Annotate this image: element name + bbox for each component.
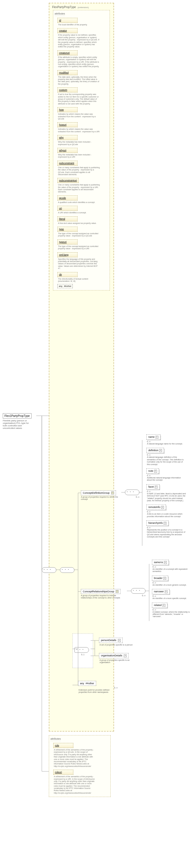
extension-group: FlexPartyPropType (extension) attributes… — [49, 3, 114, 6]
